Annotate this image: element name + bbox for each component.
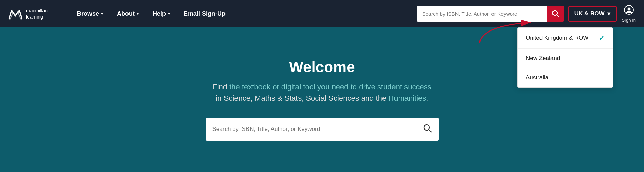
hero-search-input[interactable] [212, 126, 419, 133]
region-label: UK & ROW [574, 10, 605, 17]
sign-in-area[interactable]: Sign In [622, 5, 636, 23]
region-dropdown: United Kingdom & ROW ✓ New Zealand Austr… [517, 27, 613, 88]
region-chevron-icon: ▾ [607, 10, 610, 17]
dropdown-item-australia[interactable]: Australia [518, 68, 613, 87]
svg-point-5 [424, 125, 429, 130]
nav-browse[interactable]: Browse ▾ [71, 8, 109, 20]
svg-line-6 [429, 130, 431, 132]
search-button-nav[interactable] [547, 6, 564, 22]
browse-chevron-icon: ▾ [101, 11, 103, 16]
hero-search-icon[interactable] [423, 124, 432, 135]
svg-line-1 [557, 15, 559, 17]
nav-about[interactable]: About ▾ [111, 8, 144, 20]
logo-text: macmillan learning [26, 8, 48, 20]
region-selector-button[interactable]: UK & ROW ▾ [568, 6, 617, 22]
dropdown-label-new-zealand: New Zealand [526, 55, 560, 62]
about-chevron-icon: ▾ [137, 11, 139, 16]
user-icon [624, 5, 634, 17]
search-area: UK & ROW ▾ Sign In [417, 5, 636, 23]
help-chevron-icon: ▾ [168, 11, 170, 16]
dropdown-label-uk-row: United Kingdom & ROW [526, 35, 588, 41]
logo-area[interactable]: macmillan learning [8, 8, 48, 20]
nav-help[interactable]: Help ▾ [147, 8, 175, 20]
hero-highlight-1: the textbook or digital tool you need to… [229, 83, 431, 91]
nav-links: Browse ▾ About ▾ Help ▾ Email Sign-Up [71, 8, 417, 20]
hero-highlight-2: Humanities [388, 94, 426, 102]
hero-title: Welcome [289, 59, 355, 76]
selected-checkmark-icon: ✓ [599, 34, 605, 42]
search-input-nav[interactable] [417, 6, 547, 22]
svg-point-3 [627, 7, 630, 10]
nav-email-signup[interactable]: Email Sign-Up [178, 8, 231, 20]
sign-in-label: Sign In [622, 17, 636, 23]
dropdown-item-uk-row[interactable]: United Kingdom & ROW ✓ [518, 28, 613, 49]
search-icon [552, 10, 559, 17]
hero-subtitle: Find the textbook or digital tool you ne… [212, 81, 431, 104]
logo-divider [60, 5, 60, 22]
dropdown-item-new-zealand[interactable]: New Zealand [518, 49, 613, 68]
macmillan-logo-icon [8, 8, 23, 20]
dropdown-label-australia: Australia [526, 74, 548, 81]
hero-search-bar [206, 118, 439, 141]
navbar: macmillan learning Browse ▾ About ▾ Help… [0, 0, 644, 27]
